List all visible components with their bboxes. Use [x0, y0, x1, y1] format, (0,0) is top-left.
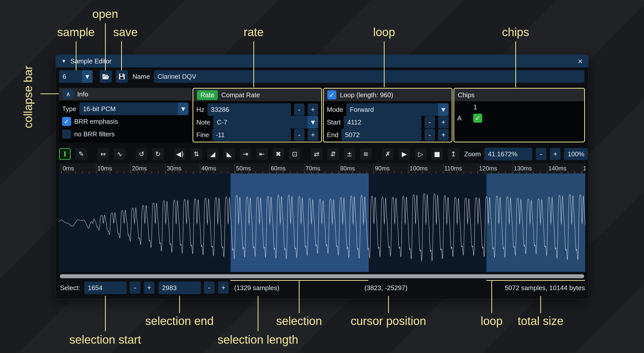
zoom-label: Zoom — [464, 150, 481, 158]
selection-start-minus-button[interactable]: - — [130, 282, 140, 294]
selection-end-input[interactable]: 2983 — [158, 282, 201, 294]
resize-icon[interactable]: ⇔ — [97, 148, 109, 160]
fine-plus-button[interactable]: + — [308, 129, 318, 141]
waveform-view[interactable] — [59, 173, 585, 272]
undo-icon[interactable]: ↺ — [136, 148, 147, 160]
ruler-tick — [61, 163, 62, 173]
trim-icon[interactable]: ⊡ — [289, 148, 301, 160]
redo-icon[interactable]: ↻ — [152, 148, 164, 160]
waveform-canvas[interactable] — [59, 173, 585, 272]
annotation-loop-bottom: loop — [481, 314, 503, 328]
crossfade-loop-icon[interactable]: ✗ — [382, 148, 394, 160]
sample-select[interactable]: 6 ▼ — [59, 70, 93, 83]
stop-icon[interactable]: ■ — [431, 148, 443, 160]
type-select[interactable]: 16-bit PCM ▼ — [79, 103, 189, 115]
fine-input[interactable]: -11 — [212, 129, 291, 141]
ruler-label: 30ms — [167, 165, 182, 172]
loop-enable-checkbox[interactable]: ✓ — [327, 90, 336, 99]
hz-plus-button[interactable]: + — [308, 104, 318, 116]
resample-icon[interactable]: ∿ — [114, 148, 125, 160]
fade-in-icon[interactable]: ◢ — [207, 148, 219, 160]
name-input[interactable]: Clarinet DQV — [154, 70, 584, 83]
annotation-line-loop — [384, 41, 385, 87]
filter-icon[interactable]: ≋ — [360, 148, 372, 160]
selection-end-plus-button[interactable]: + — [218, 282, 229, 294]
chevron-down-icon[interactable]: ▼ — [308, 116, 318, 129]
select-mode-icon[interactable]: I — [59, 148, 71, 160]
loop-end-minus-button[interactable]: - — [424, 129, 435, 141]
toolbar-icons: I✎⇔∿↺↻◀)⇅◢◣⇥⇤✖⊡⇄⇵±≋✗▶▷■↥ — [59, 148, 464, 160]
chip-enable-checkbox[interactable]: ✓ — [473, 114, 482, 123]
close-icon[interactable]: × — [578, 57, 583, 65]
annotation-chips: chips — [502, 25, 529, 39]
annotation-bracket-loop — [486, 280, 585, 281]
loop-mode-select[interactable]: Forward ▼ — [346, 103, 449, 116]
loop-start-plus-button[interactable]: + — [438, 116, 449, 128]
preview-icon[interactable]: ▶ — [398, 148, 410, 160]
amplify-icon[interactable]: ◀) — [174, 148, 186, 160]
delete-icon[interactable]: ✖ — [273, 148, 284, 160]
status-row: Select: 1654 - + 2983 - + (1329 samples)… — [59, 282, 585, 295]
open-button[interactable] — [100, 70, 112, 83]
fine-label: Fine — [196, 131, 209, 139]
chevron-down-icon[interactable]: ▼ — [82, 70, 93, 83]
ruler-tick — [408, 163, 409, 173]
zoom-out-button[interactable]: - — [536, 148, 546, 160]
normalize-icon[interactable]: ⇅ — [191, 148, 202, 160]
ruler-tick — [339, 163, 339, 173]
chevron-up-icon: ∧ — [66, 91, 70, 98]
sample-header-row: 6 ▼ Name Clarinet DQV — [56, 69, 588, 84]
selection-end-minus-button[interactable]: - — [204, 282, 214, 294]
window-titlebar[interactable]: ▼ Sample Editor × — [56, 55, 588, 67]
invert-icon[interactable]: ⇵ — [327, 148, 339, 160]
scrollbar-handle[interactable] — [60, 274, 584, 278]
annotation-line-selection — [299, 281, 300, 313]
loop-end-input[interactable]: 5072 — [341, 129, 421, 141]
loop-start-minus-button[interactable]: - — [424, 116, 435, 128]
loop-end-plus-button[interactable]: + — [438, 129, 449, 141]
chevron-down-icon[interactable]: ▼ — [178, 103, 189, 115]
selection-start-input[interactable]: 1654 — [84, 282, 127, 294]
hz-minus-button[interactable]: - — [294, 104, 305, 116]
create-wavetable-icon[interactable]: ↥ — [448, 148, 459, 160]
zoom-input[interactable]: 41.1672% — [484, 148, 532, 160]
loop-start-input[interactable]: 4112 — [344, 116, 421, 129]
annotation-line-selection-end — [179, 296, 180, 313]
chip-row-label: A — [457, 114, 462, 122]
ruler-tick — [547, 163, 547, 173]
fade-out-icon[interactable]: ◣ — [223, 148, 235, 160]
sample-toolbar: I✎⇔∿↺↻◀)⇅◢◣⇥⇤✖⊡⇄⇵±≋✗▶▷■↥ Zoom 41.1672% -… — [59, 147, 585, 161]
rate-badge[interactable]: Rate — [197, 90, 218, 100]
save-button[interactable] — [116, 70, 128, 83]
ruler-tick — [200, 163, 200, 173]
hz-input[interactable]: 33286 — [207, 103, 291, 116]
annotation-line-sample — [76, 41, 76, 70]
waveform-scrollbar[interactable] — [59, 273, 585, 279]
preview-loop-icon[interactable]: ▷ — [415, 148, 426, 160]
no-brr-filters-checkbox[interactable]: ✓ — [62, 130, 71, 139]
zoom-reset-button[interactable]: 100% — [564, 148, 588, 160]
draw-mode-icon[interactable]: ✎ — [75, 148, 87, 160]
timeline-ruler[interactable]: 0ms10ms20ms30ms40ms50ms60ms70ms80ms90ms1… — [59, 163, 585, 173]
brr-emphasis-checkbox[interactable]: ✓ — [62, 117, 71, 126]
type-label: Type — [62, 105, 76, 113]
note-select-value: C-7 — [213, 116, 308, 129]
apply-silence-icon[interactable]: ⇤ — [256, 148, 268, 160]
annotation-collapse-bar: collapse bar — [21, 60, 35, 128]
reverse-icon[interactable]: ⇄ — [311, 148, 323, 160]
insert-silence-icon[interactable]: ⇥ — [240, 148, 251, 160]
sign-invert-icon[interactable]: ± — [344, 148, 355, 160]
fine-minus-button[interactable]: - — [294, 129, 305, 141]
annotation-line-selection-start — [105, 296, 106, 331]
selection-start-plus-button[interactable]: + — [144, 282, 154, 294]
total-size-text: 5072 samples, 10144 bytes — [505, 282, 585, 294]
ruler-label: 90ms — [375, 165, 390, 172]
annotation-line-rate — [253, 41, 254, 87]
note-select[interactable]: C-7 ▼ — [213, 116, 318, 129]
collapse-bar-button[interactable]: ∧ — [63, 89, 74, 99]
chips-panel: Chips 1 A ✓ — [453, 88, 585, 142]
window-collapse-icon[interactable]: ▼ — [61, 58, 66, 64]
zoom-in-button[interactable]: + — [550, 148, 560, 160]
name-label: Name — [132, 73, 150, 81]
chevron-down-icon[interactable]: ▼ — [438, 103, 449, 116]
